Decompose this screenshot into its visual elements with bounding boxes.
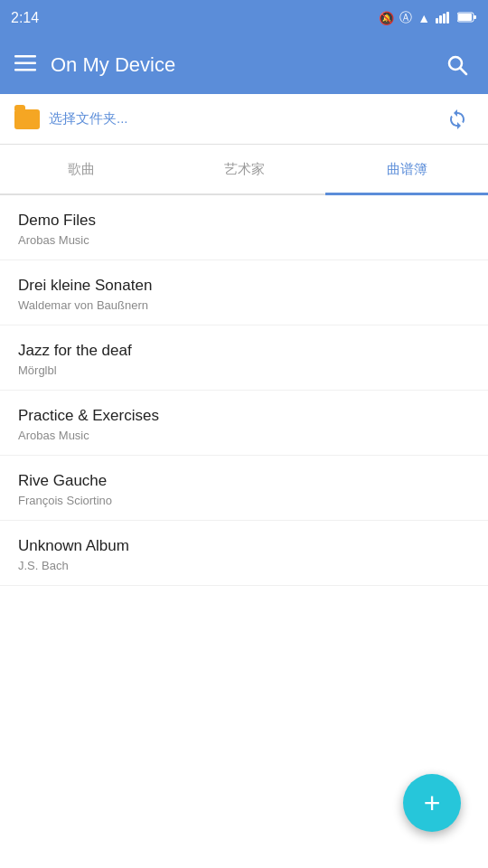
album-title: Demo Files <box>18 212 470 230</box>
hamburger-icon[interactable] <box>14 53 36 77</box>
svg-rect-0 <box>436 18 438 24</box>
svg-rect-5 <box>458 14 472 21</box>
list-item[interactable]: Unknown Album J.S. Bach <box>0 521 488 586</box>
signal-icon <box>436 11 452 26</box>
folder-icon <box>14 109 40 129</box>
header-left: On My Device <box>14 53 175 77</box>
mute-icon: 🔕 <box>379 11 394 25</box>
album-subtitle: François Sciortino <box>18 494 470 507</box>
album-title: Rive Gauche <box>18 472 470 490</box>
battery-icon <box>457 11 477 25</box>
album-title: Drei kleine Sonaten <box>18 277 470 295</box>
album-subtitle: J.S. Bach <box>18 559 470 572</box>
album-title: Unknown Album <box>18 537 470 555</box>
album-subtitle: Mörglbl <box>18 363 470 377</box>
list-item[interactable]: Drei kleine Sonaten Waldemar von Baußner… <box>0 260 488 326</box>
folder-bar: 选择文件夹... <box>0 94 488 145</box>
svg-rect-9 <box>14 69 36 71</box>
svg-line-11 <box>461 69 467 75</box>
app-header: On My Device <box>0 36 488 94</box>
list-item[interactable]: Practice & Exercises Arobas Music <box>0 391 488 456</box>
tabs-bar: 歌曲 艺术家 曲谱簿 <box>0 145 488 195</box>
list-item[interactable]: Jazz for the deaf Mörglbl <box>0 326 488 391</box>
status-time: 2:14 <box>11 10 39 26</box>
wifi-icon: ▲ <box>418 11 430 25</box>
svg-rect-1 <box>439 15 442 24</box>
list-item[interactable]: Demo Files Arobas Music <box>0 195 488 260</box>
album-subtitle: Waldemar von Baußnern <box>18 298 470 312</box>
svg-rect-7 <box>14 55 36 58</box>
svg-rect-6 <box>474 15 476 19</box>
list-item[interactable]: Rive Gauche François Sciortino <box>0 456 488 521</box>
page-title: On My Device <box>51 53 175 77</box>
add-icon: + <box>424 788 441 817</box>
album-title: Jazz for the deaf <box>18 342 470 360</box>
search-button[interactable] <box>441 49 474 81</box>
tab-songs[interactable]: 歌曲 <box>0 145 163 193</box>
folder-text: 选择文件夹... <box>49 110 128 127</box>
album-subtitle: Arobas Music <box>18 233 470 247</box>
album-list: Demo Files Arobas Music Drei kleine Sona… <box>0 195 488 586</box>
svg-rect-3 <box>446 12 449 24</box>
album-title: Practice & Exercises <box>18 407 470 425</box>
status-icons: 🔕 Ⓐ ▲ <box>379 10 477 26</box>
status-bar: 2:14 🔕 Ⓐ ▲ <box>0 0 488 36</box>
album-subtitle: Arobas Music <box>18 429 470 442</box>
folder-selector[interactable]: 选择文件夹... <box>14 109 128 129</box>
avast-icon: Ⓐ <box>399 10 412 26</box>
tab-artists[interactable]: 艺术家 <box>163 145 325 193</box>
add-button[interactable]: + <box>403 774 461 832</box>
sync-button[interactable] <box>441 103 474 136</box>
svg-rect-2 <box>443 14 446 24</box>
tab-albums[interactable]: 曲谱簿 <box>325 145 488 193</box>
svg-rect-8 <box>14 62 36 65</box>
